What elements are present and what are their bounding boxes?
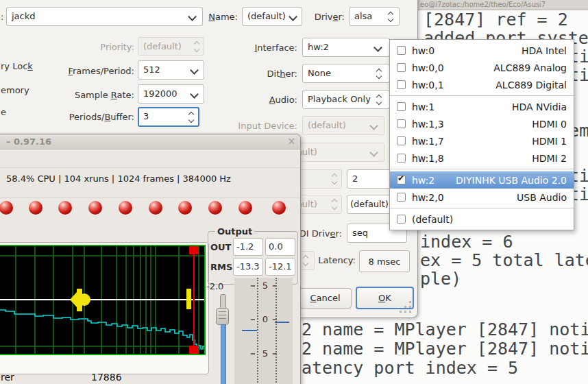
device-name: HDA NVidia (512, 101, 567, 112)
interface-option[interactable]: hw:0,1 ALC889 Digital (390, 76, 574, 93)
checkbox-icon[interactable] (397, 136, 406, 145)
device-code: hw:0,1 (412, 80, 444, 91)
device-code: hw:1,8 (412, 153, 444, 164)
server-path-label: : (1, 12, 3, 22)
out-label: OUT (210, 242, 231, 252)
terminal-title: eo@i7zotac:/home2/theo/Eco/Asusi7 (420, 1, 546, 8)
interface-option[interactable]: (default) (390, 211, 574, 228)
driver-spinner[interactable]: alsa (349, 7, 400, 26)
device-code: hw:0,0 (412, 62, 444, 73)
device-name: HDMI 1 (532, 136, 567, 147)
interface-option[interactable]: hw:1,3 HDMI 0 (390, 115, 574, 132)
device-code: hw:2 (412, 175, 434, 186)
checkbox-icon[interactable] (397, 63, 406, 72)
chevron-down-icon[interactable] (289, 12, 297, 21)
rms-label: RMS (210, 262, 232, 272)
frames-per-period-combo[interactable]: 512 (138, 60, 204, 80)
status-led-icon (0, 201, 13, 215)
status-led-icon (119, 201, 132, 215)
interface-combo[interactable]: hw:2 (302, 38, 390, 57)
interface-option[interactable]: hw:1,7 HDMI 1 (390, 132, 574, 149)
checkbox-icon[interactable]: ✔ (397, 176, 406, 184)
meter-title: – 0.97.16 (6, 136, 51, 147)
status-led-icon (149, 201, 162, 215)
interface-option[interactable]: hw:1 HDA NVidia (390, 98, 574, 115)
scale-label: 0 (257, 314, 273, 324)
chevron-down-icon[interactable] (190, 66, 199, 75)
audio-label: Audio: (229, 95, 297, 105)
rms-right-value: -12.1 (265, 258, 295, 276)
gain-slider-groove[interactable] (221, 324, 226, 384)
audio-spinner[interactable]: Playback Only (302, 90, 390, 109)
checkbox-icon[interactable] (397, 193, 406, 202)
sample-rate-combo[interactable]: 192000 (138, 84, 204, 104)
device-code: hw:2,0 (412, 192, 444, 203)
device-code: hw:1 (412, 101, 434, 112)
input-device-label: Input Device: (208, 121, 297, 131)
chevron-down-icon (303, 261, 308, 266)
interface-option[interactable]: ✔ hw:2 DIYINHK USB Audio 2.0 (390, 171, 574, 189)
chevron-down-icon (332, 179, 337, 184)
meter-titlebar[interactable]: – 0.97.16 × (0, 134, 300, 149)
device-name: ALC889 Analog (493, 62, 567, 73)
checkbox-icon[interactable] (397, 46, 406, 55)
output-latency-field[interactable]: (default) (347, 195, 393, 214)
close-icon[interactable]: × (287, 135, 296, 147)
terminal-line: 2 name = MPlayer [2847] notif (302, 339, 588, 359)
status-led-icon (238, 201, 252, 215)
meter-window: – 0.97.16 × 58.4% CPU | 104 xruns | 1024… (0, 134, 301, 384)
periods-per-buffer-spinbox[interactable]: 3 (138, 107, 199, 127)
checkbox-icon[interactable] (397, 102, 406, 111)
checkbox-icon[interactable] (397, 215, 406, 224)
driver-label: Driver: (308, 12, 345, 22)
output-group-legend: Output (215, 226, 254, 237)
device-name: ALC889 Digital (495, 80, 567, 91)
chevron-down-icon[interactable] (190, 90, 199, 99)
frames-per-period-label: Frames/Period: (32, 66, 134, 76)
terminal-line: ple) (420, 269, 461, 289)
screen: eo@i7zotac:/home2/theo/Eco/Asusi7 [2847]… (0, 0, 588, 384)
chevron-down-icon[interactable] (376, 73, 382, 79)
device-name: DIYINHK USB Audio 2.0 (456, 175, 567, 186)
dither-spinner[interactable]: None (302, 64, 390, 83)
device-code: hw:1,7 (412, 136, 444, 147)
gain-slider-handle[interactable] (216, 308, 229, 325)
soft-mode-label-fragment: e (1, 107, 6, 117)
output-channels-field[interactable]: 2 (347, 169, 393, 189)
out-right-value: 0.0 (265, 238, 295, 256)
chevron-down-icon[interactable] (388, 16, 393, 22)
interface-option[interactable]: hw:2,0 USB Audio (390, 189, 574, 206)
server-path-combo[interactable]: jackd (6, 7, 203, 26)
name-combo[interactable]: (default) (242, 7, 302, 26)
out-left-value: -1.2 (233, 238, 263, 256)
device-name: USB Audio (517, 192, 567, 203)
cancel-button[interactable]: Cancel (299, 288, 352, 309)
interface-option[interactable]: hw:1,8 HDMI 2 (390, 149, 574, 167)
device-code: hw:1,3 (412, 119, 444, 130)
name-label: Name: (206, 12, 238, 22)
meter-ticks-left (257, 278, 258, 384)
status-led-icon (272, 201, 286, 215)
gain-value-label: -2.0 (206, 281, 223, 291)
interface-option[interactable]: hw:0,0 ALC889 Analog (390, 59, 574, 76)
unlock-memory-label-fragment: emory (1, 85, 29, 95)
chevron-down-icon[interactable] (373, 43, 382, 52)
chevron-down-icon (194, 47, 199, 52)
checkbox-icon[interactable] (397, 119, 406, 128)
terminal-line: index = 6 (420, 232, 513, 252)
checkbox-icon[interactable] (397, 80, 406, 89)
meter-scale: 5 0 5 (234, 278, 293, 384)
terminal-line: [2847] ref = 2 (424, 10, 568, 29)
priority-spinbox: (default) (138, 37, 204, 56)
scope-display (0, 245, 206, 355)
chevron-down-icon[interactable] (188, 12, 197, 21)
resize-grip[interactable] (409, 311, 411, 313)
chevron-down-icon[interactable] (376, 99, 382, 105)
ok-button[interactable]: OK (356, 287, 414, 309)
device-name: HDMI 0 (532, 119, 567, 130)
interface-option[interactable]: hw:0 HDA Intel (390, 42, 574, 59)
chevron-down-icon[interactable] (188, 117, 194, 123)
sample-rate-label: Sample Rate: (32, 90, 134, 100)
status-text: 58.4% CPU | 104 xruns | 1024 frames | 38… (6, 173, 231, 184)
checkbox-icon[interactable] (397, 154, 406, 163)
